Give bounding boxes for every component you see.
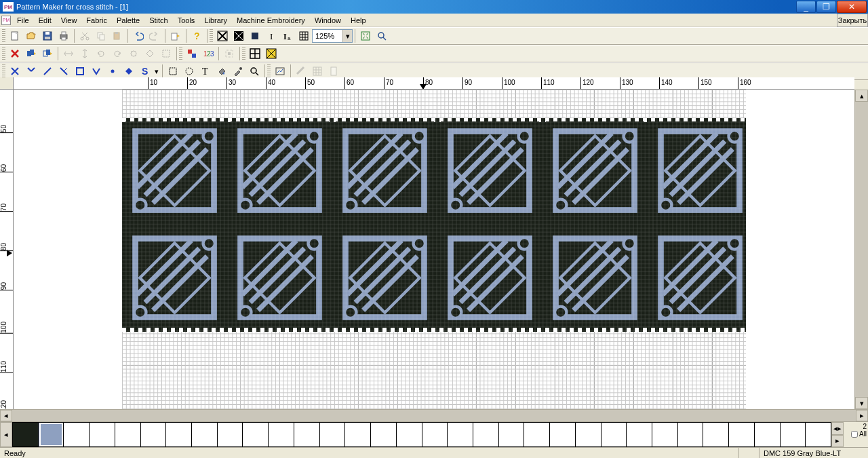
copy-button[interactable]	[94, 28, 108, 43]
zoom-tool-button[interactable]	[374, 28, 389, 43]
block-stitch-button[interactable]	[248, 28, 262, 43]
rotate-cw-button[interactable]	[110, 46, 125, 61]
palette-slot[interactable]	[576, 422, 601, 447]
menu-library[interactable]: Library	[199, 15, 232, 26]
fit-screen-button[interactable]	[358, 28, 373, 43]
toolbar-gripper[interactable]	[242, 47, 245, 60]
paste-button[interactable]	[110, 28, 125, 43]
delete-button[interactable]	[7, 46, 22, 61]
palette-slot[interactable]	[627, 422, 652, 447]
toolbar-gripper[interactable]	[210, 29, 213, 43]
scroll-thumb[interactable]	[855, 102, 868, 397]
minimize-button[interactable]: _	[796, 1, 816, 13]
export-button[interactable]	[168, 28, 183, 43]
clone-button[interactable]	[24, 46, 39, 61]
print-button[interactable]	[56, 28, 71, 43]
scroll-up-button[interactable]: ▴	[855, 90, 868, 102]
new-button[interactable]	[7, 28, 22, 43]
menu-tools[interactable]: Tools	[173, 15, 200, 26]
stitch-special-button[interactable]: S	[138, 64, 153, 79]
palette-slot[interactable]	[806, 422, 831, 447]
scroll-thumb[interactable]	[12, 410, 856, 421]
grid-highlight-button[interactable]	[264, 46, 279, 61]
palette-slot[interactable]	[550, 422, 576, 447]
palette-slot[interactable]	[269, 422, 294, 447]
menu-palette[interactable]: Palette	[112, 15, 144, 26]
table-view-button[interactable]	[310, 64, 325, 79]
palette-slot[interactable]	[371, 422, 397, 447]
stitch-bead-button[interactable]	[121, 64, 136, 79]
menu-view[interactable]: View	[56, 15, 82, 26]
palette-slot[interactable]	[473, 422, 499, 447]
stitch-dropdown-icon[interactable]: ▾	[153, 67, 160, 76]
export-image-button[interactable]	[273, 64, 288, 79]
menu-fabric[interactable]: Fabric	[81, 15, 112, 26]
horizontal-scrollbar[interactable]: ◂ ▸	[0, 409, 868, 421]
scroll-left-button[interactable]: ◂	[0, 410, 12, 421]
palette-slot[interactable]	[499, 422, 525, 447]
palette-slot[interactable]	[192, 422, 218, 447]
horizontal-ruler[interactable]: 102030405060708090100110120130140150160	[14, 77, 854, 90]
toolbar-gripper[interactable]	[179, 47, 182, 60]
scroll-right-button[interactable]: ▸	[856, 410, 868, 421]
stitch-quarter-button[interactable]	[24, 64, 39, 79]
select-ellipse-button[interactable]	[182, 64, 197, 79]
palette-slot[interactable]	[166, 422, 192, 447]
toolbar-gripper[interactable]	[267, 64, 271, 78]
save-button[interactable]	[40, 28, 55, 43]
palette-slot[interactable]	[345, 422, 371, 447]
palette-slot[interactable]	[12, 422, 39, 447]
toolbar-gripper[interactable]	[2, 64, 5, 78]
palette-slot[interactable]	[448, 422, 473, 447]
palette-slot[interactable]	[524, 422, 550, 447]
maximize-button[interactable]: ❐	[816, 1, 836, 13]
eyedropper-button[interactable]	[231, 64, 245, 79]
cut-button[interactable]	[77, 28, 92, 43]
palette-slot[interactable]	[678, 422, 704, 447]
palette-slot[interactable]	[703, 422, 729, 447]
rotate-45-button[interactable]	[142, 46, 157, 61]
flip-v-button[interactable]	[77, 46, 92, 61]
zoom-button[interactable]	[247, 64, 262, 79]
palette-slot[interactable]	[90, 422, 115, 447]
fill-tool-button[interactable]	[214, 64, 229, 79]
palette-all-checkbox[interactable]: All	[851, 430, 867, 438]
stitch-half-button[interactable]	[56, 64, 71, 79]
zoom-dropdown-icon[interactable]: ▾	[342, 30, 352, 42]
menu-stitch[interactable]: Stitch	[144, 15, 173, 26]
vertical-scrollbar[interactable]: ▴ ▾	[854, 90, 868, 409]
ruler-marker-icon[interactable]	[7, 250, 12, 256]
palette-slot[interactable]	[422, 422, 448, 447]
canvas[interactable]	[14, 90, 854, 409]
renumber-button[interactable]: 123	[201, 46, 216, 61]
palette-slot[interactable]	[781, 422, 806, 447]
swap-colors-button[interactable]	[184, 46, 199, 61]
document-icon[interactable]: PM	[1, 16, 11, 25]
menu-help[interactable]: Help	[346, 15, 371, 26]
palette-end-button[interactable]: ▸	[831, 435, 844, 448]
grid-small-button[interactable]	[296, 28, 311, 43]
full-stitch-button[interactable]	[215, 28, 230, 43]
rotate-180-button[interactable]	[126, 46, 141, 61]
palette-slot[interactable]	[652, 422, 678, 447]
document-close-button[interactable]: Закрыть	[837, 14, 868, 27]
stitch-v-button[interactable]	[89, 64, 104, 79]
help-button[interactable]: ?	[189, 28, 204, 43]
palette-slot[interactable]	[320, 422, 346, 447]
flip-h-button[interactable]	[61, 46, 76, 61]
toolbar-gripper[interactable]	[2, 47, 5, 60]
stitch-full-x-button[interactable]	[7, 64, 22, 79]
palette-slot[interactable]	[729, 422, 755, 447]
text-tool-button[interactable]: T	[198, 64, 213, 79]
grid-big-button[interactable]	[248, 46, 262, 61]
palette-slot[interactable]	[397, 422, 422, 447]
move-button[interactable]	[40, 46, 55, 61]
half-stitch-button[interactable]	[231, 28, 246, 43]
stitch-french-knot-button[interactable]	[105, 64, 120, 79]
palette-slot[interactable]	[218, 422, 243, 447]
zoom-combo[interactable]: 125%▾	[312, 29, 353, 43]
page-view-button[interactable]	[326, 64, 341, 79]
ruler-marker-icon[interactable]	[420, 84, 427, 90]
palette-slot[interactable]	[601, 422, 627, 447]
menu-machine-embroidery[interactable]: Machine Embroidery	[232, 15, 310, 26]
